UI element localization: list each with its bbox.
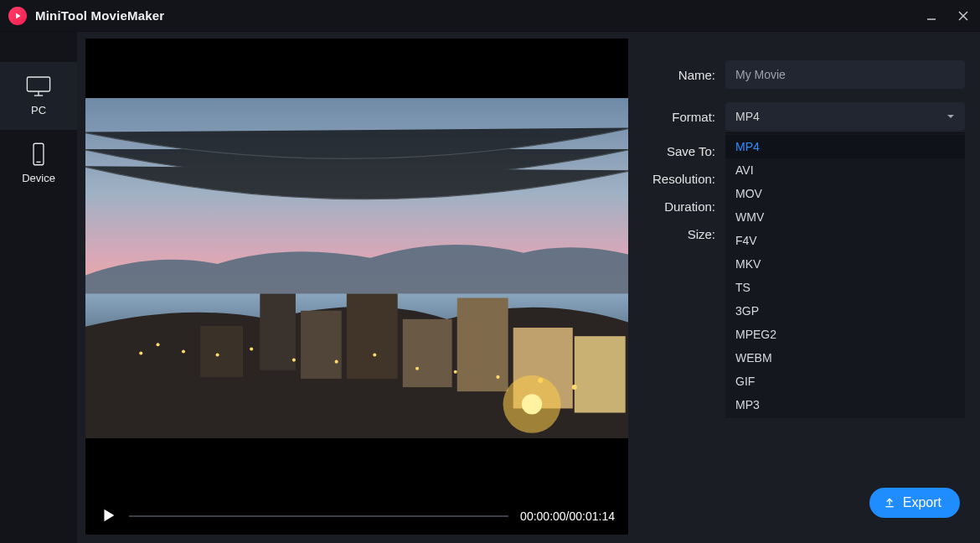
- svg-point-27: [415, 367, 419, 370]
- svg-point-22: [216, 353, 219, 356]
- app-window: MiniTool MovieMaker PC: [0, 0, 980, 543]
- svg-point-25: [335, 360, 338, 364]
- svg-point-20: [157, 343, 160, 346]
- minimize-button[interactable]: [923, 8, 940, 24]
- name-input[interactable]: [725, 60, 965, 89]
- svg-point-24: [292, 359, 296, 362]
- chevron-down-icon: [946, 112, 955, 121]
- svg-rect-14: [403, 319, 452, 387]
- label-saveto: Save To:: [637, 144, 725, 158]
- format-option[interactable]: WEBM: [725, 346, 965, 370]
- svg-rect-12: [301, 311, 342, 379]
- svg-point-31: [572, 385, 577, 390]
- monitor-icon: [24, 74, 53, 99]
- format-option[interactable]: 3GP: [725, 299, 965, 323]
- format-option[interactable]: MPEG2: [725, 323, 965, 346]
- svg-rect-11: [260, 293, 296, 370]
- svg-point-19: [139, 351, 142, 354]
- format-option[interactable]: TS: [725, 276, 965, 299]
- svg-point-29: [496, 375, 499, 379]
- format-option[interactable]: MP3: [725, 393, 965, 416]
- panel-footer: Export: [637, 488, 965, 530]
- export-settings-panel: Name: Format: MP4 Save To:: [637, 32, 980, 543]
- svg-rect-17: [575, 336, 626, 412]
- format-select[interactable]: MP4: [725, 102, 965, 131]
- label-name: Name:: [637, 68, 725, 82]
- format-option[interactable]: MP4: [725, 135, 965, 158]
- label-size: Size:: [637, 227, 725, 241]
- window-controls: [923, 8, 972, 24]
- close-button[interactable]: [955, 8, 972, 24]
- svg-point-28: [454, 370, 457, 374]
- svg-rect-18: [200, 326, 243, 377]
- video-frame: [85, 39, 628, 498]
- preview-pane: 00:00:00/00:01:14: [77, 32, 637, 543]
- format-option[interactable]: GIF: [725, 370, 965, 393]
- svg-point-21: [182, 349, 185, 353]
- field-row-format: Format: MP4: [637, 102, 965, 131]
- svg-rect-34: [85, 39, 628, 98]
- label-format: Format:: [637, 110, 725, 124]
- sidebar-tab-device[interactable]: Device: [0, 130, 77, 198]
- format-option[interactable]: WMV: [725, 205, 965, 229]
- field-row-name: Name:: [637, 60, 965, 89]
- svg-rect-15: [457, 298, 508, 392]
- format-option[interactable]: MOV: [725, 182, 965, 205]
- label-duration: Duration:: [637, 199, 725, 214]
- playback-scrubber[interactable]: [129, 515, 508, 517]
- video-canvas-container: 00:00:00/00:01:14: [85, 39, 628, 535]
- play-icon: [99, 506, 117, 525]
- time-display: 00:00:00/00:01:14: [520, 509, 615, 523]
- svg-point-23: [250, 347, 253, 350]
- svg-rect-3: [27, 77, 49, 91]
- sidebar-tab-label: PC: [31, 104, 46, 116]
- phone-icon: [24, 142, 53, 167]
- label-resolution: Resolution:: [637, 172, 725, 186]
- format-option[interactable]: MKV: [725, 252, 965, 276]
- svg-rect-35: [85, 438, 628, 498]
- export-button-label: Export: [903, 495, 941, 510]
- format-dropdown: MP4 AVI MOV WMV F4V MKV TS 3GP MPEG2 WEB…: [725, 132, 965, 418]
- export-target-sidebar: PC Device: [0, 32, 77, 543]
- sidebar-tab-pc[interactable]: PC: [0, 62, 77, 130]
- sidebar-tab-label: Device: [22, 172, 55, 184]
- app-logo-icon: [8, 7, 27, 25]
- play-button[interactable]: [99, 506, 117, 527]
- svg-point-33: [522, 394, 542, 414]
- format-option[interactable]: AVI: [725, 158, 965, 182]
- svg-point-26: [373, 353, 376, 356]
- export-button[interactable]: Export: [869, 488, 960, 518]
- format-selected-value: MP4: [735, 110, 760, 123]
- titlebar: MiniTool MovieMaker: [0, 0, 980, 32]
- player-controls: 00:00:00/00:01:14: [85, 498, 628, 535]
- format-option[interactable]: F4V: [725, 229, 965, 252]
- upload-icon: [883, 496, 896, 509]
- svg-rect-13: [347, 293, 398, 378]
- main-body: PC Device: [0, 32, 980, 543]
- app-title: MiniTool MovieMaker: [35, 8, 164, 23]
